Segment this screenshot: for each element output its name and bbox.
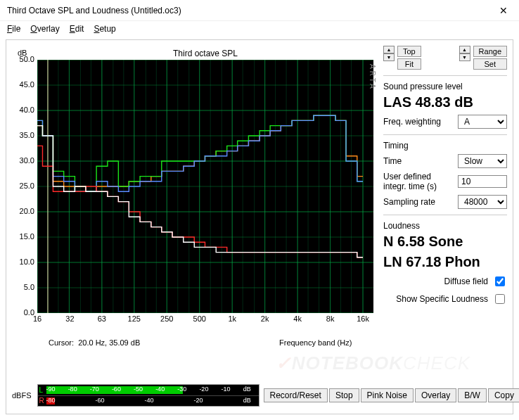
y-tick: 10.0 <box>16 257 34 266</box>
meter-tick: -40 <box>145 397 154 404</box>
set-button[interactable]: Set <box>473 58 507 70</box>
x-tick: 63 <box>98 314 106 323</box>
top-spin-up[interactable]: ▲ <box>383 46 395 53</box>
y-tick: 0.0 <box>16 308 34 317</box>
meter-tick: -30 <box>177 386 186 393</box>
meter-tick: -80 <box>68 386 77 393</box>
meter-tick: -50 <box>134 386 143 393</box>
x-tick: 125 <box>128 314 141 323</box>
sampling-rate-label: Sampling rate <box>383 197 435 207</box>
y-tick: 30.0 <box>16 156 34 165</box>
meter-L-label: L <box>39 386 44 394</box>
meter-R-label: R <box>39 397 44 405</box>
loudness-label: Loudness <box>383 221 507 231</box>
chart-svg <box>37 60 373 313</box>
range-spin-down[interactable]: ▼ <box>459 53 470 61</box>
sampling-rate-select[interactable]: 48000 <box>458 195 507 209</box>
meter-tick: -10 <box>222 386 231 393</box>
meter-tick: dB <box>243 386 251 393</box>
integration-time-input[interactable] <box>458 175 507 188</box>
range-button[interactable]: Range <box>473 46 507 57</box>
copy-button[interactable]: Copy <box>488 388 519 402</box>
chart-title: Third octave SPL <box>37 49 373 58</box>
y-tick: 40.0 <box>16 106 34 114</box>
meter-tick: -90 <box>46 386 56 393</box>
menu-file[interactable]: File <box>7 24 20 34</box>
menu-edit[interactable]: Edit <box>70 24 84 34</box>
timing-label: Timing <box>383 141 507 151</box>
diffuse-field-checkbox[interactable] <box>495 276 505 286</box>
x-tick: 2k <box>261 314 269 323</box>
y-tick: 50.0 <box>16 55 34 63</box>
x-tick: 32 <box>65 314 74 323</box>
time-select[interactable]: Slow <box>458 154 507 168</box>
time-label: Time <box>383 156 402 166</box>
meter-tick: -20 <box>199 386 208 393</box>
meter-tick: -40 <box>155 386 165 393</box>
spl-label: Sound pressure level <box>383 82 507 91</box>
x-tick: 8k <box>326 314 335 323</box>
freq-weighting-label: Freq. weighting <box>383 117 441 127</box>
meter-tick: -70 <box>90 386 99 393</box>
bw-button[interactable]: B/W <box>458 388 487 402</box>
meters-label: dBFS <box>12 391 32 400</box>
fit-button[interactable]: Fit <box>397 58 421 70</box>
y-tick: 5.0 <box>16 283 34 291</box>
loudness-ln: LN 67.18 Phon <box>383 254 507 270</box>
range-spin-up[interactable]: ▲ <box>459 46 470 53</box>
x-tick: 4k <box>293 314 302 323</box>
meter-tick: dB <box>243 397 251 404</box>
close-button[interactable]: ✕ <box>495 5 512 16</box>
show-specific-loudness-checkbox[interactable] <box>495 294 505 304</box>
level-meters: L -90-80-70-60-50-40-30-20-10dB R -80-60… <box>37 384 260 407</box>
meter-tick: -80 <box>46 397 56 404</box>
y-tick: 45.0 <box>16 80 34 89</box>
y-tick: 20.0 <box>16 207 34 215</box>
overlay-button[interactable]: Overlay <box>415 388 456 402</box>
arta-label: ARTA <box>369 64 376 91</box>
x-axis-label: Frequency band (Hz) <box>279 338 352 347</box>
y-tick: 15.0 <box>16 232 34 241</box>
stop-button[interactable]: Stop <box>329 388 359 402</box>
meter-tick: -60 <box>112 386 121 393</box>
diffuse-field-label: Diffuse field <box>444 276 488 286</box>
menu-overlay[interactable]: Overlay <box>30 24 59 34</box>
x-tick: 1k <box>228 314 236 323</box>
chart-area: dB Third octave SPL ARTA 0.05.010.015.02… <box>12 46 378 376</box>
meter-tick: -60 <box>96 397 105 404</box>
window-title: Third Octave SPL and Loudness (Untitled.… <box>7 6 181 15</box>
x-tick: 16k <box>357 314 369 323</box>
integration-time-label: User defined integr. time (s) <box>383 172 447 191</box>
pink-noise-button[interactable]: Pink Noise <box>361 388 414 402</box>
meter-tick: -20 <box>194 397 203 404</box>
x-tick: 250 <box>160 314 173 323</box>
record-reset-button[interactable]: Record/Reset <box>264 388 328 402</box>
top-spin-down[interactable]: ▼ <box>383 53 395 61</box>
show-specific-loudness-label: Show Specific Loudness <box>396 294 488 304</box>
y-tick: 25.0 <box>16 182 34 190</box>
freq-weighting-select[interactable]: A <box>458 115 507 129</box>
x-tick: 16 <box>33 314 41 323</box>
y-tick: 35.0 <box>16 131 34 139</box>
menu-setup[interactable]: Setup <box>94 24 115 34</box>
spl-value: LAS 48.83 dB <box>383 94 507 110</box>
cursor-readout: Cursor: 20.0 Hz, 35.09 dB <box>49 338 140 347</box>
x-tick: 500 <box>193 314 206 323</box>
loudness-n: N 6.58 Sone <box>383 234 507 250</box>
top-button[interactable]: Top <box>397 46 421 57</box>
